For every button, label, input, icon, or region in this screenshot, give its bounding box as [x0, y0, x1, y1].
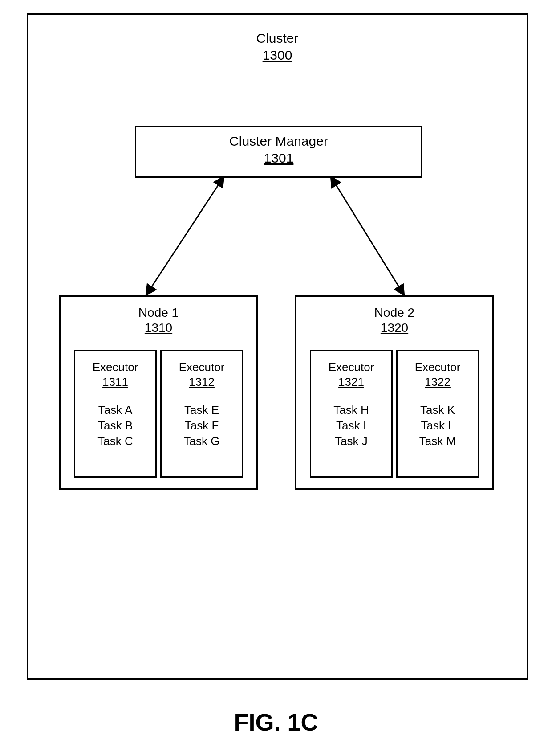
- executor-tasks: Task E Task F Task G: [162, 402, 242, 449]
- node-1-executors: Executor 1311 Task A Task B Task C Execu…: [74, 350, 243, 478]
- executor-ref: 1322: [398, 375, 478, 389]
- page: Cluster 1300 Cluster Manager 1301 Node 1…: [0, 0, 552, 756]
- executor-label: Executor: [311, 360, 391, 374]
- executor-1312-box: Executor 1312 Task E Task F Task G: [160, 350, 243, 478]
- executor-tasks: Task H Task I Task J: [311, 402, 391, 449]
- node-1-ref: 1310: [61, 321, 256, 335]
- task-item: Task I: [311, 418, 391, 433]
- node-1-box: Node 1 1310 Executor 1311 Task A Task B …: [59, 295, 258, 490]
- executor-ref: 1311: [75, 375, 155, 389]
- task-item: Task E: [162, 402, 242, 418]
- executor-label: Executor: [75, 360, 155, 374]
- node-2-box: Node 2 1320 Executor 1321 Task H Task I …: [295, 295, 494, 490]
- figure-caption: FIG. 1C: [0, 708, 552, 736]
- cluster-box: Cluster 1300 Cluster Manager 1301 Node 1…: [27, 13, 528, 680]
- svg-line-0: [146, 176, 224, 295]
- executor-1321-box: Executor 1321 Task H Task I Task J: [310, 350, 393, 478]
- executor-1311-box: Executor 1311 Task A Task B Task C: [74, 350, 157, 478]
- node-2-executors: Executor 1321 Task H Task I Task J Execu…: [310, 350, 479, 478]
- cluster-manager-box: Cluster Manager 1301: [135, 126, 422, 178]
- executor-ref: 1312: [162, 375, 242, 389]
- executor-label: Executor: [398, 360, 478, 374]
- cluster-manager-ref: 1301: [136, 151, 421, 166]
- task-item: Task J: [311, 433, 391, 449]
- node-1-title: Node 1: [61, 306, 256, 320]
- executor-tasks: Task A Task B Task C: [75, 402, 155, 449]
- svg-line-1: [331, 176, 404, 295]
- task-item: Task F: [162, 418, 242, 433]
- executor-label: Executor: [162, 360, 242, 374]
- task-item: Task M: [398, 433, 478, 449]
- executor-1322-box: Executor 1322 Task K Task L Task M: [396, 350, 479, 478]
- cluster-manager-label: Cluster Manager: [136, 134, 421, 149]
- task-item: Task G: [162, 433, 242, 449]
- task-item: Task H: [311, 402, 391, 418]
- task-item: Task K: [398, 402, 478, 418]
- executor-tasks: Task K Task L Task M: [398, 402, 478, 449]
- task-item: Task B: [75, 418, 155, 433]
- cluster-ref: 1300: [28, 48, 527, 63]
- node-2-title: Node 2: [296, 306, 492, 320]
- cluster-title: Cluster: [28, 31, 527, 46]
- executor-ref: 1321: [311, 375, 391, 389]
- node-2-ref: 1320: [296, 321, 492, 335]
- task-item: Task C: [75, 433, 155, 449]
- task-item: Task L: [398, 418, 478, 433]
- task-item: Task A: [75, 402, 155, 418]
